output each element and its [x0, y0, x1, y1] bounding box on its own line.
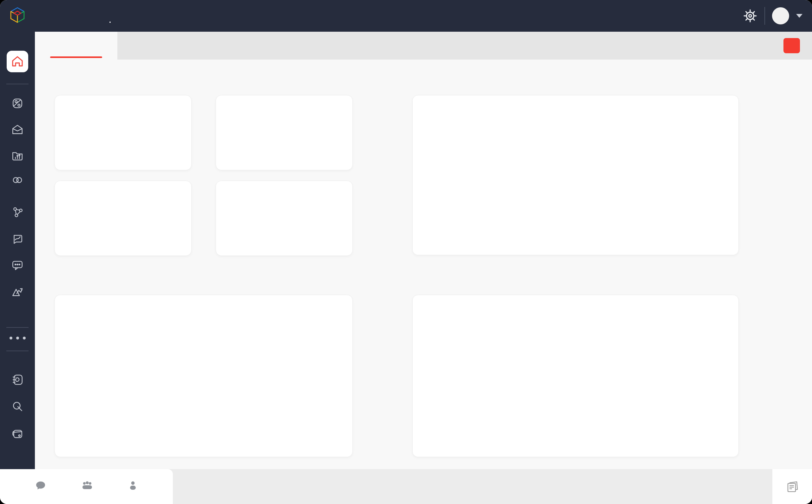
- notebook-icon: [11, 373, 24, 386]
- gear-icon[interactable]: [743, 9, 757, 23]
- hr-chart: [413, 295, 738, 457]
- legend-leads-to-new-customer[interactable]: [586, 235, 596, 240]
- marketing-chart: [413, 95, 738, 255]
- sidebar-divider: [6, 84, 29, 84]
- tab-collaboration[interactable]: [203, 32, 292, 60]
- sidebar-app-notebook[interactable]: [0, 373, 35, 386]
- marketing-chart-card: [413, 95, 739, 255]
- finance-legend: [55, 438, 352, 443]
- chat-tabs-panel: [0, 469, 173, 504]
- contacts-tab[interactable]: [128, 481, 138, 492]
- channels-tab[interactable]: [81, 481, 93, 492]
- briefcase-icon: [11, 427, 24, 440]
- red-dot-swatch: [586, 436, 591, 442]
- tab-productivity[interactable]: [117, 32, 203, 60]
- link-loops-icon: [11, 174, 24, 186]
- legend-cac[interactable]: [697, 111, 713, 113]
- sidebar-app-flow[interactable]: [0, 174, 35, 186]
- sidebar-app-briefcase[interactable]: [0, 427, 35, 440]
- home-icon: [10, 55, 24, 68]
- sidebar-app-crm[interactable]: [0, 97, 35, 110]
- folder-chart-icon: [11, 149, 24, 162]
- hr-chart-card: [413, 295, 739, 457]
- sidebar-app-analytics[interactable]: [0, 285, 35, 298]
- people-group-icon: [81, 481, 93, 490]
- legend-cash-flow[interactable]: [184, 438, 193, 443]
- tab-my-dashboard[interactable]: [35, 32, 117, 60]
- finance-chart-card: [55, 295, 353, 457]
- nav-active-underline: [109, 22, 111, 23]
- legend-attrition-rate[interactable]: [586, 436, 596, 442]
- kpi-card-new-customers: [55, 95, 192, 170]
- clipboard-button[interactable]: [772, 469, 812, 504]
- sidebar-divider: [6, 351, 29, 351]
- smart-chat-input[interactable]: [173, 469, 772, 504]
- sidebar-more-button[interactable]: [0, 337, 35, 339]
- orange-swatch: [586, 235, 591, 240]
- sidebar-app-workdrive[interactable]: [0, 149, 35, 162]
- sidebar-app-cliq[interactable]: [0, 259, 35, 271]
- avatar[interactable]: [772, 7, 789, 24]
- chats-tab[interactable]: [35, 481, 46, 492]
- cac-line-swatch: [697, 111, 709, 113]
- analytics-mountain-icon: [11, 285, 24, 298]
- person-icon: [128, 481, 138, 490]
- sidebar-app-connect[interactable]: [0, 206, 35, 219]
- new-dashboard-button[interactable]: [783, 38, 800, 53]
- dashboard-tabstrip: [35, 32, 812, 60]
- copy-pages-icon: [785, 479, 800, 494]
- legend-cash-line[interactable]: [317, 313, 333, 315]
- chevron-down-icon[interactable]: [796, 14, 802, 18]
- smart-chat-bar: [0, 469, 812, 504]
- crm-icon: [11, 97, 24, 110]
- sidebar-home-button[interactable]: [7, 51, 28, 72]
- top-nav: [109, 0, 140, 32]
- sidebar-app-mail[interactable]: [0, 123, 35, 136]
- nav-home[interactable]: [109, 11, 111, 20]
- sidebar-search-zia[interactable]: [0, 400, 35, 413]
- kpi-card-new-revenue: [216, 95, 353, 170]
- chat-bubble-icon: [35, 481, 46, 490]
- finance-chart: [55, 295, 352, 457]
- green-swatch: [184, 438, 189, 443]
- chat-dots-icon: [11, 259, 24, 271]
- marketing-legend: [413, 235, 738, 240]
- topbar-right: [743, 0, 802, 32]
- legend-hiring-rate[interactable]: [556, 436, 566, 442]
- sidebar: [0, 32, 35, 469]
- network-icon: [11, 206, 24, 219]
- hr-legend: [413, 436, 738, 442]
- sidebar-divider: [6, 327, 29, 328]
- active-tab-underline: [50, 56, 102, 58]
- blue-swatch: [556, 235, 561, 240]
- sign-gesture-icon: [11, 232, 24, 245]
- zoho-cube-logo-icon: [8, 6, 27, 24]
- brand: [8, 6, 34, 24]
- legend-mql-to-sql[interactable]: [556, 235, 566, 240]
- nav-getting-started[interactable]: [139, 11, 140, 20]
- orange-swatch: [214, 438, 219, 443]
- topbar-divider: [764, 7, 765, 25]
- sidebar-app-sign[interactable]: [0, 232, 35, 245]
- legend-forecast-cash-flow[interactable]: [214, 438, 224, 443]
- search-icon: [11, 400, 24, 413]
- teal-dot-swatch: [556, 436, 561, 442]
- topbar: [0, 0, 812, 32]
- kpi-card-net-mrr: [55, 181, 192, 256]
- app-window: [0, 0, 812, 504]
- kpi-card-net-cancellation: [216, 181, 353, 256]
- ellipsis-icon: [10, 337, 26, 339]
- mail-icon: [11, 123, 24, 136]
- cash-line-swatch: [317, 313, 329, 315]
